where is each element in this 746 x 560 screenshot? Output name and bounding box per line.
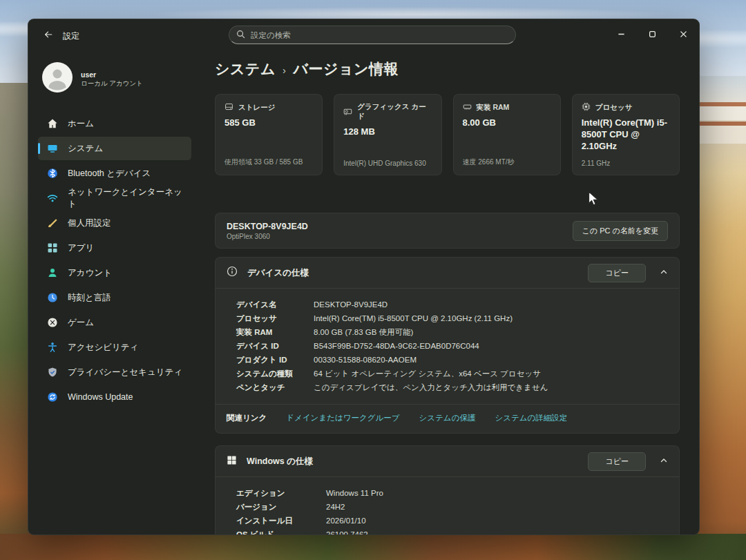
titlebar: 設定 xyxy=(28,19,699,52)
sidebar-item-windows-update[interactable]: Windows Update xyxy=(38,385,191,409)
chevron-up-icon[interactable] xyxy=(660,455,668,467)
link-system-protection[interactable]: システムの保護 xyxy=(419,413,476,423)
gpu-icon xyxy=(343,107,352,117)
sidebar-item-label: 個人用設定 xyxy=(68,218,111,229)
desktop-wallpaper-bridge xyxy=(692,76,746,560)
search-box[interactable] xyxy=(229,26,516,44)
spec-row: OS ビルド 26100.7462 xyxy=(236,528,668,534)
sidebar-item-bluetooth-devices[interactable]: Bluetooth とデバイス xyxy=(38,162,191,185)
sidebar: user ローカル アカウント ホーム システム Bluetooth とデバイス… xyxy=(28,52,201,534)
back-button[interactable] xyxy=(38,26,59,46)
card-footer: 使用領域 33 GB / 585 GB xyxy=(224,157,313,167)
sidebar-item-network-internet[interactable]: ネットワークとインターネット xyxy=(38,186,191,210)
account-person-icon xyxy=(46,267,58,279)
sidebar-item-label: 時刻と言語 xyxy=(68,292,111,304)
window-controls xyxy=(606,19,699,48)
close-button[interactable] xyxy=(668,19,699,48)
sidebar-item-accounts[interactable]: アカウント xyxy=(38,261,191,284)
sidebar-item-system[interactable]: システム xyxy=(38,137,191,160)
ram-icon xyxy=(463,102,472,113)
sidebar-item-label: Bluetooth とデバイス xyxy=(68,168,151,180)
related-links-label: 関連リンク xyxy=(227,413,267,423)
minimize-button[interactable] xyxy=(606,19,637,48)
search-icon xyxy=(236,29,245,41)
sidebar-item-privacy-security[interactable]: プライバシーとセキュリティ xyxy=(38,360,191,384)
sidebar-item-apps[interactable]: アプリ xyxy=(38,236,191,260)
sidebar-item-label: システム xyxy=(68,143,103,155)
clock-globe-icon xyxy=(46,292,58,304)
sidebar-item-gaming[interactable]: ゲーム xyxy=(38,311,191,334)
accessibility-person-icon xyxy=(46,342,58,354)
device-specs-expander: デバイスの仕様 コピー デバイス名 DESKTOP-8V9JE4D プロセッサ … xyxy=(215,257,680,434)
avatar xyxy=(42,62,73,95)
sidebar-item-label: アクセシビリティ xyxy=(68,342,138,354)
back-arrow-icon xyxy=(44,30,53,42)
settings-window: 設定 user ローカル アカウント xyxy=(28,19,700,535)
sidebar-item-accessibility[interactable]: アクセシビリティ xyxy=(38,336,191,359)
user-name: user xyxy=(81,70,143,79)
search-input[interactable] xyxy=(251,31,508,39)
info-icon xyxy=(227,266,238,280)
section-title: デバイスの仕様 xyxy=(247,267,309,279)
spec-row: デバイス ID B543F99B-D752-48DA-9C62-EDAB0D76… xyxy=(236,339,668,353)
device-name-bar: DESKTOP-8V9JE4D OptiPlex 3060 この PC の名前を… xyxy=(215,213,680,249)
card-label: 実装 RAM xyxy=(477,103,510,113)
device-specs-header[interactable]: デバイスの仕様 コピー xyxy=(216,258,679,289)
link-advanced-system-settings[interactable]: システムの詳細設定 xyxy=(495,413,567,423)
sidebar-item-label: プライバシーとセキュリティ xyxy=(68,367,182,378)
spec-row: 実装 RAM 8.00 GB (7.83 GB 使用可能) xyxy=(236,325,668,339)
page-title: バージョン情報 xyxy=(293,59,398,79)
user-account-type: ローカル アカウント xyxy=(81,79,143,88)
bluetooth-icon xyxy=(46,168,58,180)
copy-button[interactable]: コピー xyxy=(588,264,646,282)
card-value: 8.00 GB xyxy=(463,117,551,128)
wifi-icon xyxy=(46,193,58,204)
sidebar-item-label: ネットワークとインターネット xyxy=(68,186,183,210)
brush-icon xyxy=(46,218,58,229)
update-arrows-icon xyxy=(46,392,58,403)
sidebar-item-label: Windows Update xyxy=(68,392,133,402)
breadcrumb-parent[interactable]: システム xyxy=(215,59,276,79)
desktop-wallpaper-bottom-rocks xyxy=(0,534,746,560)
sidebar-item-label: ゲーム xyxy=(68,317,94,329)
system-icon xyxy=(46,143,58,155)
graphics-card: グラフィックス カード 128 MB Intel(R) UHD Graphics… xyxy=(334,94,441,175)
spec-row: エディション Windows 11 Pro xyxy=(236,486,668,500)
chevron-up-icon[interactable] xyxy=(660,267,668,279)
copy-button[interactable]: コピー xyxy=(588,452,646,471)
sidebar-item-time-language[interactable]: 時刻と言語 xyxy=(38,286,191,309)
ram-card: 実装 RAM 8.00 GB 速度 2666 MT/秒 xyxy=(453,94,561,175)
processor-card: プロセッサ Intel(R) Core(TM) i5-8500T CPU @ 2… xyxy=(572,94,680,175)
section-title: Windows の仕様 xyxy=(247,456,313,467)
spec-row: プロセッサ Intel(R) Core(TM) i5-8500T CPU @ 2… xyxy=(236,311,668,325)
shield-icon xyxy=(46,367,58,378)
sidebar-item-label: アカウント xyxy=(68,267,112,279)
spec-row: デバイス名 DESKTOP-8V9JE4D xyxy=(236,298,668,311)
about-page: システム › バージョン情報 ストレージ 585 GB 使用領域 33 GB /… xyxy=(201,52,699,534)
maximize-button[interactable] xyxy=(637,19,668,48)
user-account-block[interactable]: user ローカル アカウント xyxy=(38,58,191,98)
spec-row: インストール日 2026/01/10 xyxy=(236,514,668,528)
xbox-icon xyxy=(46,317,58,329)
rename-pc-button[interactable]: この PC の名前を変更 xyxy=(573,221,668,241)
card-label: ストレージ xyxy=(238,103,275,113)
windows-specs-header[interactable]: Windows の仕様 コピー xyxy=(216,446,679,477)
breadcrumb-separator-icon: › xyxy=(283,63,287,76)
link-domain-workgroup[interactable]: ドメインまたはワークグループ xyxy=(286,413,399,423)
windows-specs-rows: エディション Windows 11 Pro バージョン 24H2 インストール日… xyxy=(216,477,679,534)
spec-row: プロダクト ID 00330-51588-08620-AAOEM xyxy=(236,353,668,367)
sidebar-item-label: アプリ xyxy=(68,242,94,254)
sidebar-item-home[interactable]: ホーム xyxy=(38,112,191,135)
storage-card: ストレージ 585 GB 使用領域 33 GB / 585 GB xyxy=(215,94,323,175)
device-model: OptiPlex 3060 xyxy=(227,232,308,241)
breadcrumb: システム › バージョン情報 xyxy=(215,59,680,79)
app-title: 設定 xyxy=(63,30,79,42)
sidebar-item-personalization[interactable]: 個人用設定 xyxy=(38,211,191,235)
apps-icon xyxy=(46,242,58,254)
spec-row: ペンとタッチ このディスプレイでは、ペン入力とタッチ入力は利用できません xyxy=(236,380,668,394)
home-icon xyxy=(46,118,58,130)
card-footer: 2.11 GHz xyxy=(582,160,670,167)
summary-cards: ストレージ 585 GB 使用領域 33 GB / 585 GB グラフィックス… xyxy=(215,94,680,175)
sidebar-item-label: ホーム xyxy=(68,118,94,130)
spec-row: システムの種類 64 ビット オペレーティング システム、x64 ベース プロセ… xyxy=(236,367,668,380)
